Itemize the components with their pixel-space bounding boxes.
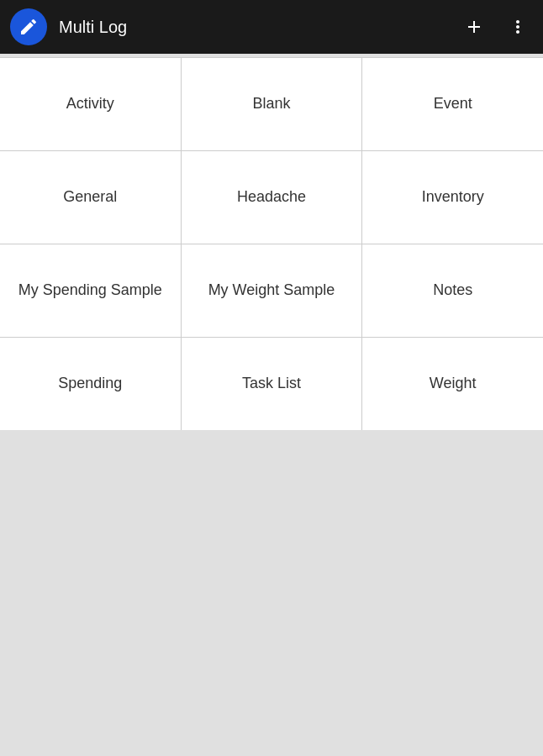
grid-item-label-my-weight-sample: My Weight Sample [208,281,335,300]
grid-item-activity[interactable]: Activity [0,58,181,150]
app-bar-actions [459,12,533,42]
grid-item-label-spending: Spending [58,374,122,393]
grid-item-label-notes: Notes [433,281,472,300]
grid-item-inventory[interactable]: Inventory [362,151,543,244]
add-button[interactable] [459,12,489,42]
grid-item-task-list[interactable]: Task List [182,338,362,430]
log-grid: ActivityBlankEventGeneralHeadacheInvento… [0,57,543,430]
grid-item-label-headache: Headache [237,187,306,207]
grid-item-label-inventory: Inventory [422,187,484,207]
grid-item-label-weight: Weight [430,374,477,393]
grid-item-spending[interactable]: Spending [0,338,181,430]
grid-item-label-activity: Activity [66,94,114,113]
grid-item-headache[interactable]: Headache [182,151,362,244]
grid-item-blank[interactable]: Blank [182,58,362,150]
grid-item-my-weight-sample[interactable]: My Weight Sample [182,244,362,337]
grid-item-my-spending-sample[interactable]: My Spending Sample [0,244,181,337]
grid-item-label-task-list: Task List [242,374,301,393]
empty-area [0,433,543,756]
more-options-button[interactable] [503,12,533,42]
grid-item-label-event: Event [434,94,472,113]
grid-item-notes[interactable]: Notes [362,244,543,337]
grid-container: ActivityBlankEventGeneralHeadacheInvento… [0,54,543,433]
grid-item-label-general: General [63,187,117,207]
grid-item-event[interactable]: Event [362,58,543,150]
app-title: Multi Log [59,18,459,37]
grid-item-weight[interactable]: Weight [362,338,543,430]
grid-item-general[interactable]: General [0,151,181,244]
app-logo [10,8,47,45]
grid-item-label-blank: Blank [252,94,290,113]
grid-item-label-my-spending-sample: My Spending Sample [18,281,162,300]
app-bar: Multi Log [0,0,543,54]
